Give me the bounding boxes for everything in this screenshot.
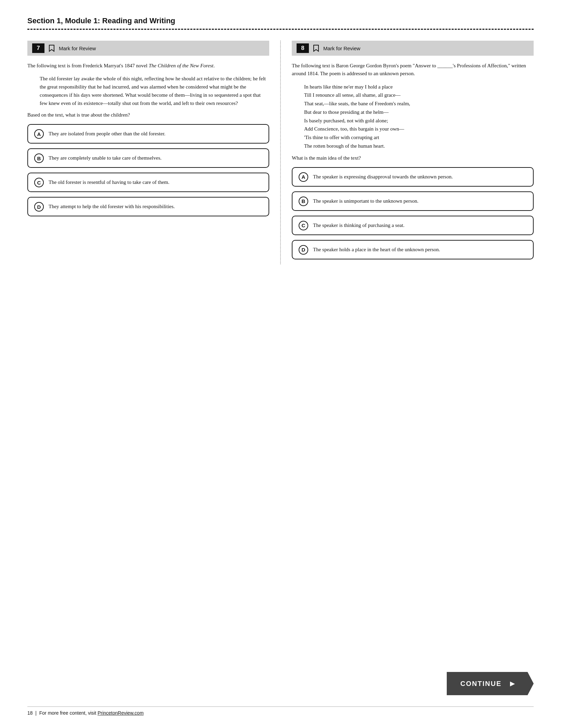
question8-choice-b[interactable]: B The speaker is unimportant to the unkn… bbox=[292, 191, 534, 211]
question8-choice-a[interactable]: A The speaker is expressing disapproval … bbox=[292, 167, 534, 187]
question8-header: 8 Mark for Review bbox=[292, 41, 534, 56]
poem-line-2: Till I renounce all sense, all shame, al… bbox=[304, 91, 534, 99]
page-title: Section 1, Module 1: Reading and Writing bbox=[27, 16, 534, 25]
divider bbox=[27, 29, 534, 30]
continue-button[interactable]: CONTINUE ► bbox=[447, 672, 534, 695]
poem-line-5: Is basely purchased, not with gold alone… bbox=[304, 117, 534, 125]
poem-line-8: The rotten borough of the human heart. bbox=[304, 142, 534, 150]
question8-question: What is the main idea of the text? bbox=[292, 155, 534, 161]
question7-choice-d[interactable]: D They attempt to help the old forester … bbox=[27, 197, 269, 216]
question7-header: 7 Mark for Review bbox=[27, 41, 269, 56]
footer-text: For more free content, visit bbox=[39, 710, 97, 716]
footer: 18 | For more free content, visit Prince… bbox=[27, 706, 534, 716]
question7-mark-for-review[interactable]: Mark for Review bbox=[59, 45, 96, 51]
q8-choice-b-text: The speaker is unimportant to the unknow… bbox=[313, 196, 418, 205]
question7-passage-intro: The following text is from Frederick Mar… bbox=[27, 62, 269, 70]
question7-choice-b[interactable]: B They are completely unable to take car… bbox=[27, 148, 269, 168]
q8-choice-a-text: The speaker is expressing disapproval to… bbox=[313, 172, 453, 181]
choice-c-text: The old forester is resentful of having … bbox=[49, 177, 169, 186]
poem-line-6: Add Conscience, too, this bargain is you… bbox=[304, 125, 534, 133]
q8-choice-c-letter: C bbox=[299, 221, 308, 230]
choice-b-letter: B bbox=[34, 153, 44, 163]
question8-choice-d[interactable]: D The speaker holds a place in the heart… bbox=[292, 240, 534, 259]
q8-choice-d-text: The speaker holds a place in the heart o… bbox=[313, 245, 440, 254]
poem-line-7: 'Tis thine to offer with corrupting art bbox=[304, 133, 534, 142]
footer-left: 18 | For more free content, visit Prince… bbox=[27, 710, 144, 716]
choice-c-letter: C bbox=[34, 178, 44, 187]
page: Section 1, Module 1: Reading and Writing… bbox=[0, 0, 561, 728]
page-header: Section 1, Module 1: Reading and Writing bbox=[27, 16, 534, 30]
question8-choice-c[interactable]: C The speaker is thinking of purchasing … bbox=[292, 216, 534, 235]
column-right: 8 Mark for Review The following text is … bbox=[280, 41, 534, 264]
poem-line-1: In hearts like thine ne'er may I hold a … bbox=[304, 83, 534, 91]
column-left: 7 Mark for Review The following text is … bbox=[27, 41, 280, 221]
choice-a-letter: A bbox=[34, 129, 44, 139]
poem-line-4: But dear to those presiding at the helm— bbox=[304, 108, 534, 117]
bookmark-icon-q8[interactable] bbox=[313, 44, 319, 52]
footer-separator: | bbox=[34, 710, 39, 716]
question8-number: 8 bbox=[297, 43, 309, 53]
question7-number: 7 bbox=[32, 43, 44, 53]
question7-choice-c[interactable]: C The old forester is resentful of havin… bbox=[27, 173, 269, 192]
choice-d-letter: D bbox=[34, 202, 44, 212]
choice-a-text: They are isolated from people other than… bbox=[49, 129, 166, 138]
continue-arrow-icon: ► bbox=[508, 679, 517, 688]
q8-choice-a-letter: A bbox=[299, 172, 308, 182]
question7-passage-body: The old forester lay awake the whole of … bbox=[40, 75, 269, 107]
choice-b-text: They are completely unable to take care … bbox=[49, 153, 161, 162]
choice-d-text: They attempt to help the old forester wi… bbox=[49, 202, 175, 211]
question7-choice-a[interactable]: A They are isolated from people other th… bbox=[27, 124, 269, 144]
continue-label: CONTINUE bbox=[460, 680, 501, 688]
q8-choice-d-letter: D bbox=[299, 245, 308, 255]
two-column-layout: 7 Mark for Review The following text is … bbox=[27, 41, 534, 264]
question8-passage-body: In hearts like thine ne'er may I hold a … bbox=[304, 83, 534, 150]
poem-line-3: That seat,—like seats, the bane of Freed… bbox=[304, 99, 534, 108]
footer-link[interactable]: PrincetonReview.com bbox=[97, 710, 144, 716]
bookmark-icon[interactable] bbox=[49, 44, 55, 52]
question7-question: Based on the text, what is true about th… bbox=[27, 112, 269, 118]
q8-choice-c-text: The speaker is thinking of purchasing a … bbox=[313, 220, 404, 229]
q8-choice-b-letter: B bbox=[299, 197, 308, 206]
question8-mark-for-review[interactable]: Mark for Review bbox=[323, 45, 360, 51]
question8-passage-intro: The following text is Baron George Gordo… bbox=[292, 62, 534, 78]
page-number: 18 bbox=[27, 710, 33, 716]
